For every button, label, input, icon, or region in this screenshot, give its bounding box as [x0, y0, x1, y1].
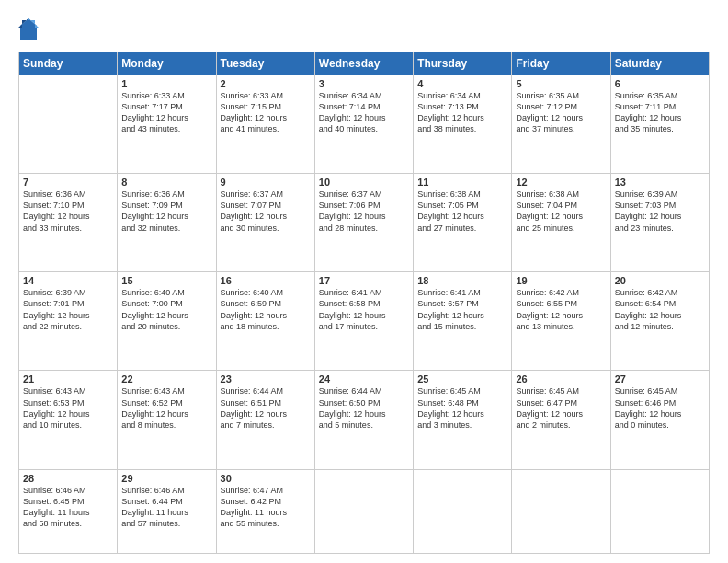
day-info: Sunrise: 6:42 AM Sunset: 6:55 PM Dayligh…: [516, 287, 606, 332]
day-number: 27: [615, 373, 705, 385]
day-number: 26: [516, 373, 606, 385]
calendar-cell: 30Sunrise: 6:47 AM Sunset: 6:42 PM Dayli…: [216, 469, 314, 554]
day-info: Sunrise: 6:46 AM Sunset: 6:45 PM Dayligh…: [23, 485, 113, 530]
calendar-cell: 19Sunrise: 6:42 AM Sunset: 6:55 PM Dayli…: [512, 272, 610, 371]
day-info: Sunrise: 6:40 AM Sunset: 7:00 PM Dayligh…: [121, 287, 211, 332]
calendar-cell: 24Sunrise: 6:44 AM Sunset: 6:50 PM Dayli…: [314, 371, 413, 469]
day-info: Sunrise: 6:35 AM Sunset: 7:12 PM Dayligh…: [516, 90, 606, 135]
logo: [18, 17, 42, 42]
weekday-header-saturday: Saturday: [610, 52, 709, 75]
day-number: 24: [319, 373, 409, 385]
day-info: Sunrise: 6:34 AM Sunset: 7:13 PM Dayligh…: [417, 90, 507, 135]
day-number: 20: [615, 275, 705, 286]
day-info: Sunrise: 6:46 AM Sunset: 6:44 PM Dayligh…: [121, 485, 211, 530]
calendar-cell: 11Sunrise: 6:38 AM Sunset: 7:05 PM Dayli…: [414, 174, 512, 272]
day-number: 1: [121, 78, 211, 89]
day-info: Sunrise: 6:34 AM Sunset: 7:14 PM Dayligh…: [319, 90, 409, 135]
day-number: 19: [516, 275, 606, 286]
day-number: 15: [121, 275, 211, 286]
calendar-cell: 1Sunrise: 6:33 AM Sunset: 7:17 PM Daylig…: [118, 75, 216, 174]
day-number: 3: [319, 78, 409, 89]
calendar-cell: 29Sunrise: 6:46 AM Sunset: 6:44 PM Dayli…: [118, 469, 216, 554]
day-info: Sunrise: 6:44 AM Sunset: 6:51 PM Dayligh…: [221, 385, 311, 431]
day-number: 22: [121, 373, 211, 385]
day-number: 14: [23, 275, 113, 286]
day-number: 29: [121, 473, 211, 484]
calendar-table: SundayMondayTuesdayWednesdayThursdayFrid…: [18, 52, 710, 554]
day-number: 25: [417, 373, 507, 385]
day-info: Sunrise: 6:37 AM Sunset: 7:07 PM Dayligh…: [221, 189, 311, 234]
day-info: Sunrise: 6:45 AM Sunset: 6:47 PM Dayligh…: [516, 385, 606, 431]
calendar-week-row: 21Sunrise: 6:43 AM Sunset: 6:53 PM Dayli…: [19, 371, 710, 469]
day-number: 18: [417, 275, 507, 286]
calendar-cell: [314, 469, 413, 554]
day-info: Sunrise: 6:33 AM Sunset: 7:17 PM Dayligh…: [121, 90, 211, 135]
calendar-cell: 8Sunrise: 6:36 AM Sunset: 7:09 PM Daylig…: [118, 174, 216, 272]
calendar-cell: 12Sunrise: 6:38 AM Sunset: 7:04 PM Dayli…: [512, 174, 610, 272]
day-number: 12: [516, 177, 606, 188]
calendar-cell: [414, 469, 512, 554]
day-number: 4: [417, 78, 507, 89]
calendar-cell: 4Sunrise: 6:34 AM Sunset: 7:13 PM Daylig…: [414, 75, 512, 174]
day-info: Sunrise: 6:45 AM Sunset: 6:46 PM Dayligh…: [615, 385, 705, 431]
weekday-header-friday: Friday: [512, 52, 610, 75]
day-info: Sunrise: 6:36 AM Sunset: 7:09 PM Dayligh…: [121, 189, 211, 234]
day-number: 5: [516, 78, 606, 89]
page: SundayMondayTuesdayWednesdayThursdayFrid…: [0, 0, 728, 563]
day-info: Sunrise: 6:43 AM Sunset: 6:52 PM Dayligh…: [121, 385, 211, 431]
calendar-cell: 9Sunrise: 6:37 AM Sunset: 7:07 PM Daylig…: [216, 174, 314, 272]
day-number: 23: [221, 373, 311, 385]
weekday-header-wednesday: Wednesday: [314, 52, 413, 75]
calendar-header-row: SundayMondayTuesdayWednesdayThursdayFrid…: [19, 52, 710, 75]
day-number: 11: [417, 177, 507, 188]
weekday-header-thursday: Thursday: [414, 52, 512, 75]
day-info: Sunrise: 6:38 AM Sunset: 7:05 PM Dayligh…: [417, 189, 507, 234]
calendar-cell: 17Sunrise: 6:41 AM Sunset: 6:58 PM Dayli…: [314, 272, 413, 371]
day-info: Sunrise: 6:43 AM Sunset: 6:53 PM Dayligh…: [23, 385, 113, 431]
calendar-cell: 27Sunrise: 6:45 AM Sunset: 6:46 PM Dayli…: [610, 371, 709, 469]
day-info: Sunrise: 6:45 AM Sunset: 6:48 PM Dayligh…: [417, 385, 507, 431]
day-number: 7: [23, 177, 113, 188]
calendar-cell: 14Sunrise: 6:39 AM Sunset: 7:01 PM Dayli…: [19, 272, 118, 371]
day-number: 30: [221, 473, 311, 484]
calendar-cell: 18Sunrise: 6:41 AM Sunset: 6:57 PM Dayli…: [414, 272, 512, 371]
day-number: 17: [319, 275, 409, 286]
day-info: Sunrise: 6:44 AM Sunset: 6:50 PM Dayligh…: [319, 385, 409, 431]
calendar-cell: 6Sunrise: 6:35 AM Sunset: 7:11 PM Daylig…: [610, 75, 709, 174]
calendar-cell: 21Sunrise: 6:43 AM Sunset: 6:53 PM Dayli…: [19, 371, 118, 469]
day-info: Sunrise: 6:41 AM Sunset: 6:58 PM Dayligh…: [319, 287, 409, 332]
day-number: 9: [221, 177, 311, 188]
day-number: 8: [121, 177, 211, 188]
calendar-cell: 10Sunrise: 6:37 AM Sunset: 7:06 PM Dayli…: [314, 174, 413, 272]
day-info: Sunrise: 6:37 AM Sunset: 7:06 PM Dayligh…: [319, 189, 409, 234]
calendar-cell: 22Sunrise: 6:43 AM Sunset: 6:52 PM Dayli…: [118, 371, 216, 469]
calendar-cell: 13Sunrise: 6:39 AM Sunset: 7:03 PM Dayli…: [610, 174, 709, 272]
calendar-cell: 5Sunrise: 6:35 AM Sunset: 7:12 PM Daylig…: [512, 75, 610, 174]
day-info: Sunrise: 6:39 AM Sunset: 7:01 PM Dayligh…: [23, 287, 113, 332]
day-number: 21: [23, 373, 113, 385]
calendar-cell: 25Sunrise: 6:45 AM Sunset: 6:48 PM Dayli…: [414, 371, 512, 469]
calendar-cell: 3Sunrise: 6:34 AM Sunset: 7:14 PM Daylig…: [314, 75, 413, 174]
day-number: 2: [221, 78, 311, 89]
day-number: 13: [615, 177, 705, 188]
calendar-week-row: 28Sunrise: 6:46 AM Sunset: 6:45 PM Dayli…: [19, 469, 710, 554]
calendar-cell: 16Sunrise: 6:40 AM Sunset: 6:59 PM Dayli…: [216, 272, 314, 371]
day-info: Sunrise: 6:36 AM Sunset: 7:10 PM Dayligh…: [23, 189, 113, 234]
day-number: 16: [221, 275, 311, 286]
calendar-cell: 23Sunrise: 6:44 AM Sunset: 6:51 PM Dayli…: [216, 371, 314, 469]
weekday-header-monday: Monday: [118, 52, 216, 75]
calendar-cell: 26Sunrise: 6:45 AM Sunset: 6:47 PM Dayli…: [512, 371, 610, 469]
day-info: Sunrise: 6:33 AM Sunset: 7:15 PM Dayligh…: [221, 90, 311, 135]
calendar-cell: [610, 469, 709, 554]
day-info: Sunrise: 6:40 AM Sunset: 6:59 PM Dayligh…: [221, 287, 311, 332]
calendar-cell: [19, 75, 118, 174]
day-info: Sunrise: 6:42 AM Sunset: 6:54 PM Dayligh…: [615, 287, 705, 332]
day-info: Sunrise: 6:35 AM Sunset: 7:11 PM Dayligh…: [615, 90, 705, 135]
day-info: Sunrise: 6:38 AM Sunset: 7:04 PM Dayligh…: [516, 189, 606, 234]
day-info: Sunrise: 6:47 AM Sunset: 6:42 PM Dayligh…: [221, 485, 311, 530]
calendar-week-row: 14Sunrise: 6:39 AM Sunset: 7:01 PM Dayli…: [19, 272, 710, 371]
calendar-cell: [512, 469, 610, 554]
calendar-cell: 28Sunrise: 6:46 AM Sunset: 6:45 PM Dayli…: [19, 469, 118, 554]
calendar-cell: 20Sunrise: 6:42 AM Sunset: 6:54 PM Dayli…: [610, 272, 709, 371]
logo-icon: [18, 17, 39, 42]
